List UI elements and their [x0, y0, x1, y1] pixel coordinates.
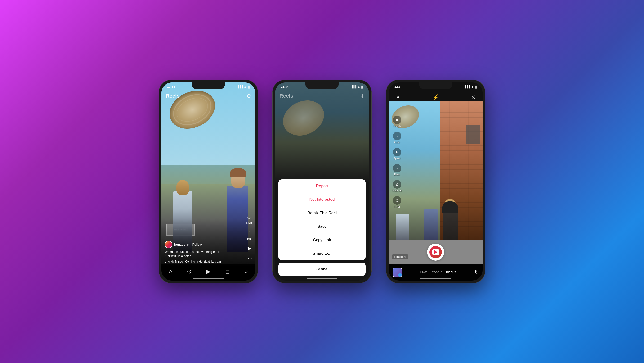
camera-icon-1[interactable]: ⊕ — [247, 93, 251, 99]
time-3: 12:34 — [394, 85, 402, 88]
mode-reels[interactable]: REELS — [446, 271, 456, 274]
reels-header-2: Reels ⊕ — [275, 93, 369, 99]
tool-audio[interactable]: ♪ Audio — [392, 132, 402, 144]
tool-effect[interactable]: ✦ Effect — [392, 164, 402, 176]
more-options-button[interactable]: ··· — [248, 255, 252, 261]
reels-header-1: Reels ⊕ — [162, 93, 255, 99]
gallery-thumbnail[interactable] — [392, 267, 402, 277]
close-icon[interactable]: ✕ — [469, 93, 478, 102]
like-count: 823k — [246, 222, 252, 224]
touchup-icon: ✿ — [393, 180, 401, 189]
time-2: 12:34 — [281, 85, 288, 88]
tool-touchup[interactable]: ✿ Touch Up — [392, 180, 402, 192]
mode-options: LIVE STORY REELS — [420, 271, 456, 274]
follow-button-1[interactable]: · Follow — [190, 243, 202, 246]
length-icon: 15 — [393, 116, 401, 124]
notch-2 — [306, 83, 338, 89]
record-button[interactable] — [427, 244, 444, 261]
reel-actions: ♡ 823k ○ 551 ➤ — [246, 213, 252, 252]
flip-camera-icon[interactable]: ↻ — [474, 269, 479, 275]
split-right-pane — [440, 101, 482, 264]
home-indicator-3 — [420, 278, 451, 279]
tool-length[interactable]: 15 Length — [392, 116, 402, 128]
wifi-icon-3: ▲ — [471, 85, 474, 88]
copy-link-button[interactable]: Copy Link — [278, 233, 366, 247]
home-indicator-1 — [193, 278, 224, 279]
phone-3: 12:34 ▐▐▐ ▲ ▓ ✦ ⚡ ✕ — [386, 80, 485, 283]
comment-count: 551 — [247, 237, 251, 240]
status-icons-3: ▐▐▐ ▲ ▓ — [464, 85, 477, 88]
share-to-button[interactable]: Share to... — [278, 247, 366, 260]
reels-nav-icon[interactable]: ▶ — [206, 268, 210, 275]
audio-icon: ♪ — [393, 132, 401, 140]
phone-1: Mexican Cafe — [159, 80, 258, 283]
search-icon[interactable]: ⊙ — [187, 268, 192, 275]
settings-icon[interactable]: ✦ — [394, 93, 402, 102]
like-action[interactable]: ♡ 823k — [246, 213, 252, 224]
camera-tools: 15 Length ♪ Audio 1x Speed ✦ Effe — [392, 116, 402, 208]
remix-reel-button[interactable]: Remix This Reel — [278, 206, 366, 220]
status-icons-2: ▐▐▐ ▲ ▓ — [351, 85, 363, 88]
signal-icon-1: ▐▐▐ — [237, 85, 243, 88]
action-sheet: Report Not Interested Remix This Reel Sa… — [275, 179, 369, 280]
phone-2: 12:34 ▐▐▐ ▲ ▓ Reels ⊕ Report Not Interes… — [272, 80, 372, 283]
shop-icon[interactable]: ◻ — [225, 268, 230, 275]
record-area — [389, 240, 482, 264]
save-button[interactable]: Save — [278, 220, 366, 233]
reel-user: kenzoere · Follow — [165, 241, 241, 248]
record-inner — [430, 246, 442, 258]
time-1: 12:34 — [167, 85, 175, 88]
wifi-icon-1: ▲ — [244, 85, 246, 88]
camera-icon-2: ⊕ — [360, 93, 364, 99]
avatar-1 — [165, 241, 172, 248]
reels-record-logo — [432, 249, 439, 255]
signal-icon-2: ▐▐▐ — [351, 85, 356, 88]
wifi-icon-2: ▲ — [358, 85, 360, 88]
not-interested-button[interactable]: Not Interested — [278, 193, 366, 206]
reels-title-2: Reels — [280, 93, 293, 99]
share-action[interactable]: ➤ — [246, 245, 252, 252]
battery-icon-3: ▓ — [475, 85, 477, 88]
tool-timer[interactable]: ⏱ Timer — [392, 196, 402, 208]
action-sheet-menu: Report Not Interested Remix This Reel Sa… — [278, 179, 366, 260]
cancel-button[interactable]: Cancel — [278, 262, 366, 276]
comment-icon: ○ — [247, 229, 251, 236]
battery-icon-2: ▓ — [361, 85, 363, 88]
battery-icon-1: ▓ — [248, 85, 250, 88]
signal-icon-3: ▐▐▐ — [464, 85, 470, 88]
reels-title-1: Reels — [166, 93, 180, 99]
heart-icon: ♡ — [246, 213, 252, 221]
home-indicator-2 — [306, 278, 338, 279]
share-icon: ➤ — [246, 245, 252, 252]
reel-audio[interactable]: ♩ Andy Mineo · Coming in Hot (feat. Lecr… — [165, 260, 241, 263]
profile-icon[interactable]: ○ — [244, 268, 248, 275]
reel-caption: When the sun comes out, we bring the fir… — [165, 250, 241, 258]
home-icon[interactable]: ⌂ — [169, 268, 172, 275]
music-icon: ♩ — [165, 260, 166, 263]
effect-icon: ✦ — [393, 164, 401, 173]
report-button[interactable]: Report — [278, 179, 366, 193]
notch-1 — [192, 83, 225, 89]
mode-story[interactable]: STORY — [432, 271, 442, 274]
tool-speed[interactable]: 1x Speed — [392, 148, 402, 160]
creator-label: kenzoere — [392, 254, 408, 259]
timer-icon: ⏱ — [393, 196, 401, 205]
mode-live[interactable]: LIVE — [420, 271, 427, 274]
flash-icon[interactable]: ⚡ — [431, 93, 440, 102]
username-1[interactable]: kenzoere — [174, 243, 189, 246]
status-icons-1: ▐▐▐ ▲ ▓ — [237, 85, 250, 88]
comment-action[interactable]: ○ 551 — [247, 229, 251, 240]
notch-3 — [419, 83, 452, 89]
reel-info: kenzoere · Follow When the sun comes out… — [165, 241, 241, 263]
camera-top-bar: ✦ ⚡ ✕ — [389, 93, 482, 102]
speed-icon: 1x — [393, 148, 401, 156]
